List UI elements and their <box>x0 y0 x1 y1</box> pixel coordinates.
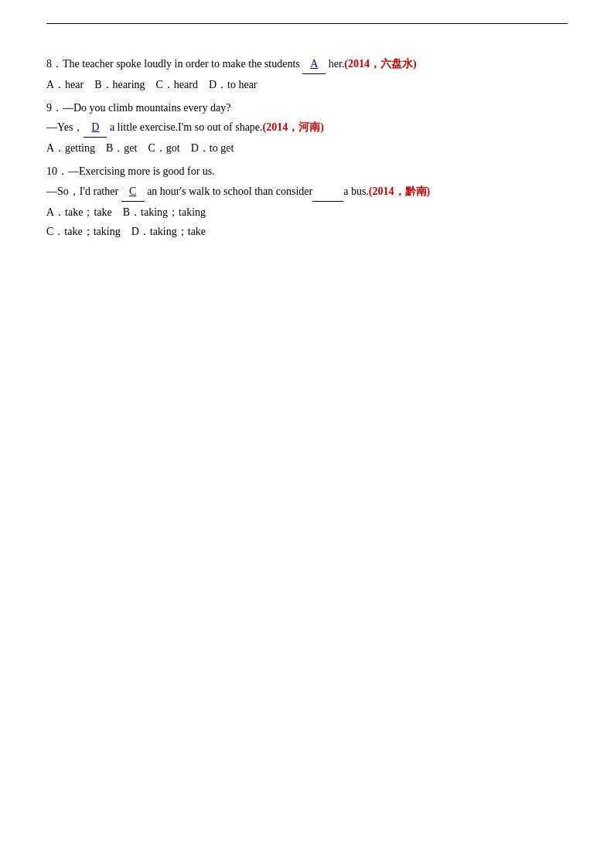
q9-dot: ． <box>52 102 63 114</box>
q9-number: 9 <box>46 102 52 114</box>
q8-source: (2014，六盘水) <box>344 58 416 70</box>
question-8: 8．The teacher spoke loudly in order to m… <box>46 55 568 94</box>
q10-text: 10．—Exercising more is good for us. <box>46 162 568 181</box>
q10-number: 10 <box>46 165 57 177</box>
top-divider <box>46 23 568 24</box>
q9-blank: D <box>84 118 107 138</box>
q8-dot: ． <box>52 58 63 70</box>
q10-blank2 <box>312 182 343 202</box>
q10-options-line1: A．take；take B．taking；taking <box>46 203 568 222</box>
q8-answer: A <box>310 58 318 70</box>
q10-answer1: C <box>129 186 136 197</box>
q10-options-line2: C．take；taking D．taking；take <box>46 223 568 241</box>
q8-text: 8．The teacher spoke loudly in order to m… <box>46 55 568 74</box>
q9-source: (2014，河南) <box>263 121 324 133</box>
q8-options: A．hear B．hearing C．heard D．to hear <box>46 76 568 94</box>
q9-answer-line: —Yes，D a little exercise.I'm so out of s… <box>46 118 568 138</box>
q10-dot: ． <box>57 165 68 177</box>
question-10: 10．—Exercising more is good for us. —So，… <box>46 162 568 241</box>
q9-answer: D <box>91 121 99 133</box>
q10-source: (2014，黔南) <box>369 186 430 197</box>
q10-blank1: C <box>121 182 145 202</box>
q9-text: 9．—Do you climb mountains every day? <box>46 99 568 117</box>
question-9: 9．—Do you climb mountains every day? —Ye… <box>46 99 568 158</box>
q9-options: A．getting B．get C．got D．to get <box>46 139 568 158</box>
q8-blank: A <box>302 55 326 74</box>
q10-answer-line: —So，I'd rather C an hour's walk to schoo… <box>46 182 568 202</box>
page: 8．The teacher spoke loudly in order to m… <box>0 0 614 868</box>
q8-number: 8 <box>46 58 52 70</box>
